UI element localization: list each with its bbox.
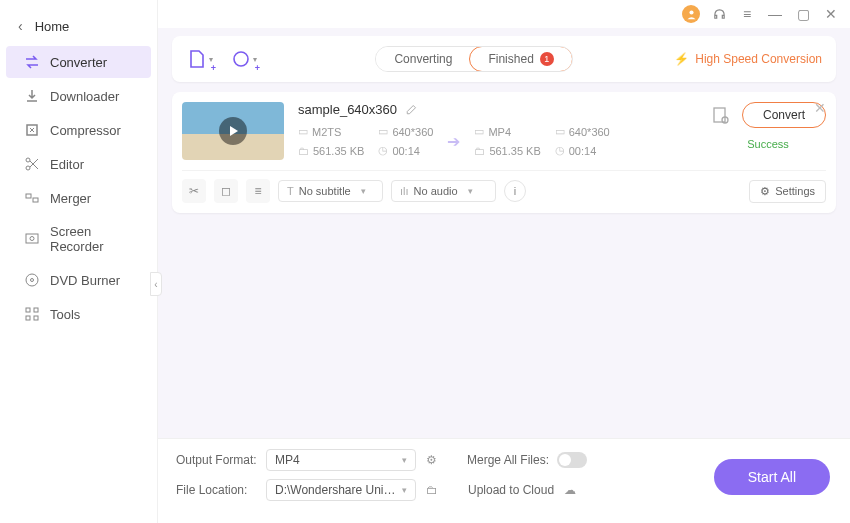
file-card: ✕ sample_640x360 ▭M2TS ▭640*360 🗀561.35 …	[172, 92, 836, 213]
source-resolution: 640*360	[392, 126, 433, 138]
nav-label: Downloader	[50, 89, 119, 104]
sidebar: ‹ Home Converter Downloader Compressor E…	[0, 0, 158, 523]
output-settings-icon[interactable]	[710, 104, 732, 126]
tab-finished[interactable]: Finished 1	[469, 46, 572, 72]
sidebar-item-merger[interactable]: Merger	[6, 182, 151, 214]
output-format-select[interactable]: MP4 ▾	[266, 449, 416, 471]
menu-icon[interactable]: ≡	[738, 5, 756, 23]
source-duration: 00:14	[392, 145, 420, 157]
disc-icon	[24, 272, 40, 288]
tab-converting[interactable]: Converting	[376, 47, 470, 71]
nav-label: DVD Burner	[50, 273, 120, 288]
download-icon	[24, 88, 40, 104]
screen-recorder-icon	[24, 231, 40, 247]
svg-rect-9	[26, 308, 30, 312]
chevron-left-icon: ‹	[18, 18, 23, 34]
nav-label: Compressor	[50, 123, 121, 138]
cloud-icon[interactable]: ☁	[564, 483, 576, 497]
home-label: Home	[35, 19, 70, 34]
nav-label: Editor	[50, 157, 84, 172]
subtitle-icon: T	[287, 185, 294, 197]
main-area: ≡ — ▢ ✕ +▾ +▾ Converting Finished 1 ⚡ Hi…	[158, 0, 850, 523]
toolbar: +▾ +▾ Converting Finished 1 ⚡ High Speed…	[172, 36, 836, 82]
high-speed-label: High Speed Conversion	[695, 52, 822, 66]
scissors-icon	[24, 156, 40, 172]
start-all-button[interactable]: Start All	[714, 459, 830, 495]
svg-point-14	[234, 52, 248, 66]
target-duration: 00:14	[569, 145, 597, 157]
gear-icon: ⚙	[760, 185, 770, 198]
status-tabs: Converting Finished 1	[375, 46, 572, 72]
avatar[interactable]	[682, 5, 700, 23]
target-resolution: 640*360	[569, 126, 610, 138]
sidebar-item-screen-recorder[interactable]: Screen Recorder	[6, 216, 151, 262]
svg-point-2	[26, 166, 30, 170]
converter-icon	[24, 54, 40, 70]
play-icon	[219, 117, 247, 145]
collapse-sidebar-button[interactable]: ‹	[150, 272, 162, 296]
info-icon[interactable]: i	[504, 180, 526, 202]
preset-icon[interactable]: ⚙	[426, 453, 437, 467]
plus-icon: +	[211, 63, 216, 73]
svg-point-1	[26, 158, 30, 162]
nav-label: Tools	[50, 307, 80, 322]
clock-icon: ◷	[555, 144, 565, 157]
settings-label: Settings	[775, 185, 815, 197]
video-icon: ▭	[474, 125, 484, 138]
trim-icon[interactable]: ✂	[182, 179, 206, 203]
maximize-icon[interactable]: ▢	[794, 5, 812, 23]
close-icon[interactable]: ✕	[814, 100, 826, 116]
audio-value: No audio	[414, 185, 458, 197]
nav-label: Converter	[50, 55, 107, 70]
sidebar-item-tools[interactable]: Tools	[6, 298, 151, 330]
nav-label: Merger	[50, 191, 91, 206]
close-window-icon[interactable]: ✕	[822, 5, 840, 23]
add-folder-button[interactable]: +▾	[230, 47, 258, 71]
subtitle-dropdown[interactable]: T No subtitle ▾	[278, 180, 383, 202]
source-size: 561.35 KB	[313, 145, 364, 157]
caret-down-icon: ▾	[402, 485, 407, 495]
sidebar-item-converter[interactable]: Converter	[6, 46, 151, 78]
tab-label: Converting	[394, 52, 452, 66]
open-folder-icon[interactable]: 🗀	[426, 483, 438, 497]
target-codec: MP4	[488, 126, 511, 138]
minimize-icon[interactable]: —	[766, 5, 784, 23]
titlebar: ≡ — ▢ ✕	[158, 0, 850, 28]
target-size: 561.35 KB	[489, 145, 540, 157]
audio-dropdown[interactable]: ılı No audio ▾	[391, 180, 496, 202]
file-location-select[interactable]: D:\Wondershare UniConverter 1 ▾	[266, 479, 416, 501]
plus-icon: +	[255, 63, 260, 73]
svg-rect-10	[34, 308, 38, 312]
high-speed-conversion-button[interactable]: ⚡ High Speed Conversion	[674, 52, 822, 66]
settings-button[interactable]: ⚙ Settings	[749, 180, 826, 203]
video-thumbnail[interactable]	[182, 102, 284, 160]
crop-icon[interactable]: ◻	[214, 179, 238, 203]
sidebar-item-downloader[interactable]: Downloader	[6, 80, 151, 112]
svg-point-13	[689, 10, 693, 14]
add-file-button[interactable]: +▾	[186, 47, 214, 71]
video-icon: ▭	[298, 125, 308, 138]
folder-icon: 🗀	[474, 145, 485, 157]
file-location-label: File Location:	[176, 483, 266, 497]
svg-rect-12	[34, 316, 38, 320]
merger-icon	[24, 190, 40, 206]
home-nav[interactable]: ‹ Home	[0, 8, 157, 44]
source-codec: M2TS	[312, 126, 341, 138]
output-format-label: Output Format:	[176, 453, 266, 467]
compressor-icon	[24, 122, 40, 138]
sidebar-item-editor[interactable]: Editor	[6, 148, 151, 180]
headset-icon[interactable]	[710, 5, 728, 23]
arrow-right-icon: ➔	[447, 132, 460, 151]
nav-label: Screen Recorder	[50, 224, 133, 254]
sidebar-item-compressor[interactable]: Compressor	[6, 114, 151, 146]
file-name: sample_640x360	[298, 102, 397, 117]
folder-icon: 🗀	[298, 145, 309, 157]
caret-down-icon: ▾	[402, 455, 407, 465]
status-label: Success	[747, 138, 789, 150]
finished-count-badge: 1	[540, 52, 554, 66]
edit-name-icon[interactable]	[405, 104, 417, 116]
merge-toggle[interactable]	[557, 452, 587, 468]
resolution-icon: ▭	[555, 125, 565, 138]
sidebar-item-dvd-burner[interactable]: DVD Burner	[6, 264, 151, 296]
list-icon[interactable]: ≡	[246, 179, 270, 203]
